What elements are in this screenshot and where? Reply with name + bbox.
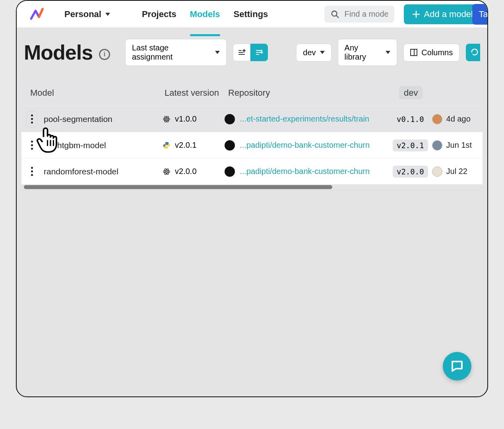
chat-icon [450, 359, 464, 373]
table-row[interactable]: pool-segmentation v1.0.0 ...et-started-e… [21, 106, 483, 132]
chevron-down-icon [215, 51, 220, 54]
models-table: Model Latest version Repository dev pool… [21, 80, 483, 190]
add-model-label: Add a model [424, 9, 473, 19]
stage-filter[interactable]: dev [296, 44, 331, 62]
main-nav: Projects Models Settings [142, 9, 268, 19]
github-icon [225, 140, 235, 151]
row-menu-button[interactable] [26, 164, 37, 180]
chat-button[interactable] [443, 352, 471, 381]
dev-time: Jul 22 [446, 167, 467, 176]
sort-dropdown[interactable]: Last stage assignment [125, 39, 227, 66]
dev-time: 4d ago [446, 114, 471, 124]
sort-label: Last stage assignment [132, 43, 211, 62]
scrollbar-thumb[interactable] [24, 185, 332, 189]
col-repo[interactable]: Repository [228, 88, 399, 98]
avatar [432, 166, 442, 177]
horizontal-scrollbar[interactable] [21, 184, 483, 190]
avatar [432, 140, 442, 151]
topbar: Personal Projects Models Settings Add a … [17, 1, 487, 28]
col-version[interactable]: Latest version [165, 88, 228, 98]
github-icon [225, 166, 235, 177]
library-filter-label: Any library [345, 43, 382, 62]
row-menu-button[interactable] [26, 137, 37, 153]
col-dev[interactable]: dev [399, 88, 479, 98]
stage-filter-label: dev [303, 48, 316, 57]
svg-point-4 [166, 118, 167, 120]
svg-point-8 [166, 171, 167, 172]
sort-direction-group [233, 44, 268, 61]
version-label: v2.0.0 [175, 167, 196, 176]
workspace-switcher[interactable]: Personal [64, 9, 110, 19]
search-box[interactable] [324, 6, 394, 23]
nav-settings[interactable]: Settings [234, 9, 268, 27]
dev-version: v2.0.0 [393, 166, 428, 178]
dev-version: v0.1.0 [393, 113, 428, 125]
version-label: v2.0.1 [175, 141, 196, 150]
github-icon [225, 114, 235, 124]
page-header: Models i Last stage assignment dev Any l… [17, 28, 487, 72]
avatar [432, 114, 442, 124]
repo-link[interactable]: ...padipti/demo-bank-customer-churn [240, 167, 370, 176]
col-model[interactable]: Model [21, 88, 165, 98]
plus-icon [413, 11, 420, 18]
model-name: pool-segmentation [44, 114, 112, 124]
refresh-button[interactable] [466, 44, 480, 61]
repo-link[interactable]: ...padipti/demo-bank-customer-churn [240, 141, 370, 150]
framework-icon [162, 115, 171, 124]
framework-icon [162, 141, 171, 150]
nav-models[interactable]: Models [190, 9, 220, 27]
dev-version: v2.0.1 [393, 139, 428, 151]
sort-asc-button[interactable] [233, 44, 250, 61]
nav-projects[interactable]: Projects [142, 9, 176, 27]
version-label: v1.0.0 [175, 114, 196, 124]
columns-label: Columns [421, 48, 453, 57]
cut-button[interactable]: Ta [472, 4, 488, 25]
workspace-label: Personal [64, 9, 101, 19]
info-icon[interactable]: i [99, 49, 110, 60]
page-title: Models [24, 41, 93, 64]
table-row[interactable]: randomforest-model v2.0.0 ...padipti/dem… [21, 158, 483, 184]
search-input[interactable] [344, 10, 388, 19]
repo-link[interactable]: ...et-started-experiments/results/train [240, 114, 369, 124]
svg-line-1 [336, 15, 339, 17]
chevron-down-icon [320, 51, 325, 54]
search-icon [331, 10, 339, 19]
columns-icon [410, 49, 417, 56]
framework-icon [162, 167, 171, 176]
add-model-button[interactable]: Add a model [404, 4, 482, 24]
columns-button[interactable]: Columns [403, 44, 459, 62]
dev-time: Jun 1st [446, 141, 472, 150]
model-name: randomforest-model [44, 167, 118, 176]
row-menu-button[interactable] [26, 111, 37, 127]
app-frame: Personal Projects Models Settings Add a … [16, 0, 488, 397]
chevron-down-icon [105, 13, 110, 16]
model-name: htgbm-model [57, 141, 106, 150]
table-row[interactable]: htgbm-model v2.0.1 ...padipti/demo-bank-… [21, 132, 483, 158]
logo[interactable] [28, 6, 48, 22]
sort-desc-button[interactable] [250, 44, 268, 61]
library-filter[interactable]: Any library [338, 39, 397, 66]
chevron-down-icon [386, 51, 390, 54]
table-header: Model Latest version Repository dev [21, 80, 483, 106]
